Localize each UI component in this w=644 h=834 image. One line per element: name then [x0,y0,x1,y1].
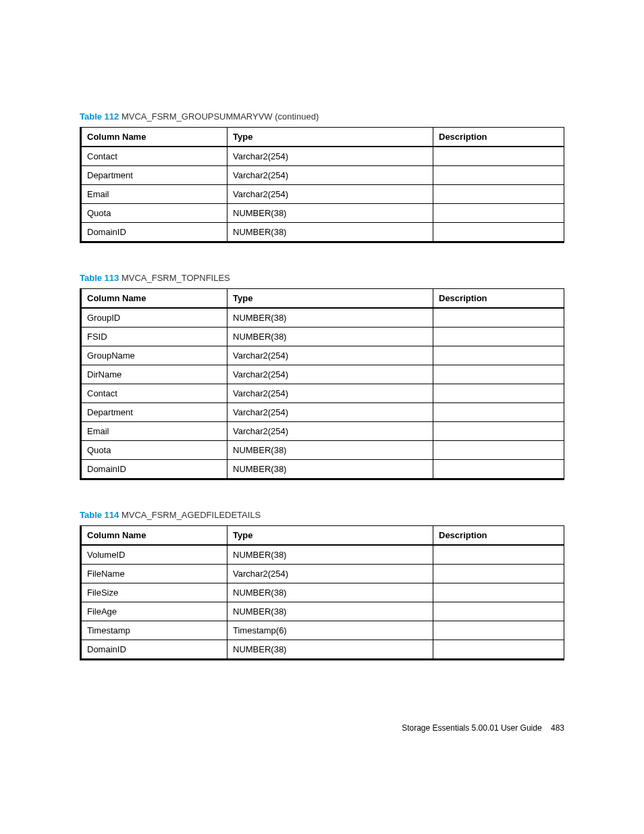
cell-type: Varchar2(254) [227,147,433,166]
cell-type: Varchar2(254) [227,185,433,204]
page-footer: Storage Essentials 5.00.01 User Guide 48… [402,723,564,733]
cell-desc [433,185,564,204]
table-row: VolumeIDNUMBER(38) [81,545,564,565]
cell-desc [433,204,564,223]
cell-name: Contact [81,384,227,403]
page-number: 483 [551,723,564,733]
cell-desc [433,328,564,346]
header-column-name: Column Name [81,526,227,546]
table-row: FSIDNUMBER(38) [81,328,564,346]
table-row: TimestampTimestamp(6) [81,621,564,640]
header-description: Description [433,128,564,147]
cell-type: Varchar2(254) [227,365,433,384]
cell-desc [433,621,564,640]
cell-name: Department [81,166,227,185]
table-113-caption: Table 113 MVCA_FSRM_TOPNFILES [80,273,564,283]
table-row: GroupIDNUMBER(38) [81,308,564,328]
table-114-caption: Table 114 MVCA_FSRM_AGEDFILEDETAILS [80,510,564,520]
table-number: Table 114 [80,510,119,520]
header-type: Type [227,526,433,546]
cell-type: NUMBER(38) [227,308,433,328]
cell-type: NUMBER(38) [227,583,433,602]
table-row: QuotaNUMBER(38) [81,441,564,460]
cell-type: Timestamp(6) [227,621,433,640]
cell-desc [433,602,564,621]
cell-name: Email [81,185,227,204]
header-type: Type [227,289,433,309]
cell-type: Varchar2(254) [227,346,433,365]
cell-name: FSID [81,328,227,346]
cell-desc [433,308,564,328]
cell-name: Quota [81,441,227,460]
table-number: Table 112 [80,111,119,122]
cell-type: Varchar2(254) [227,384,433,403]
cell-desc [433,147,564,166]
header-column-name: Column Name [81,289,227,309]
cell-desc [433,640,564,660]
cell-desc [433,460,564,479]
cell-desc [433,565,564,583]
cell-type: Varchar2(254) [227,565,433,583]
table-title: MVCA_FSRM_AGEDFILEDETAILS [122,510,261,520]
table-row: FileSizeNUMBER(38) [81,583,564,602]
table-row: DomainIDNUMBER(38) [81,640,564,660]
cell-name: DomainID [81,223,227,242]
table-title: MVCA_FSRM_TOPNFILES [122,273,230,283]
cell-type: NUMBER(38) [227,441,433,460]
cell-name: FileSize [81,583,227,602]
table-113: Column Name Type Description GroupIDNUMB… [80,288,564,480]
table-row: EmailVarchar2(254) [81,422,564,441]
table-112-caption: Table 112 MVCA_FSRM_GROUPSUMMARYVW (cont… [80,111,564,122]
header-description: Description [433,289,564,309]
cell-desc [433,384,564,403]
cell-desc [433,223,564,242]
footer-text: Storage Essentials 5.00.01 User Guide [402,723,541,733]
cell-name: DirName [81,365,227,384]
cell-desc [433,166,564,185]
cell-type: NUMBER(38) [227,545,433,565]
header-type: Type [227,128,433,147]
table-row: ContactVarchar2(254) [81,384,564,403]
table-row: QuotaNUMBER(38) [81,204,564,223]
page-content: Table 112 MVCA_FSRM_GROUPSUMMARYVW (cont… [0,0,644,660]
table-row: GroupNameVarchar2(254) [81,346,564,365]
header-column-name: Column Name [81,128,227,147]
table-112: Column Name Type Description ContactVarc… [80,127,564,243]
header-description: Description [433,526,564,546]
cell-name: FileAge [81,602,227,621]
table-header-row: Column Name Type Description [81,128,564,147]
cell-name: GroupName [81,346,227,365]
table-row: DirNameVarchar2(254) [81,365,564,384]
cell-name: DomainID [81,460,227,479]
table-row: ContactVarchar2(254) [81,147,564,166]
cell-name: Quota [81,204,227,223]
cell-name: VolumeID [81,545,227,565]
table-title: MVCA_FSRM_GROUPSUMMARYVW (continued) [122,111,319,122]
cell-name: Department [81,403,227,422]
cell-name: Email [81,422,227,441]
table-114: Column Name Type Description VolumeIDNUM… [80,525,564,660]
table-row: DomainIDNUMBER(38) [81,223,564,242]
cell-desc [433,545,564,565]
cell-name: FileName [81,565,227,583]
cell-desc [433,583,564,602]
cell-desc [433,441,564,460]
cell-desc [433,422,564,441]
cell-desc [433,346,564,365]
cell-name: GroupID [81,308,227,328]
table-row: FileAgeNUMBER(38) [81,602,564,621]
cell-type: NUMBER(38) [227,602,433,621]
table-number: Table 113 [80,273,119,283]
cell-name: DomainID [81,640,227,660]
table-row: EmailVarchar2(254) [81,185,564,204]
cell-type: NUMBER(38) [227,204,433,223]
cell-type: NUMBER(38) [227,223,433,242]
cell-name: Contact [81,147,227,166]
table-row: DepartmentVarchar2(254) [81,403,564,422]
cell-type: Varchar2(254) [227,403,433,422]
cell-desc [433,403,564,422]
cell-type: NUMBER(38) [227,640,433,660]
table-row: DomainIDNUMBER(38) [81,460,564,479]
table-row: FileNameVarchar2(254) [81,565,564,583]
cell-type: NUMBER(38) [227,328,433,346]
